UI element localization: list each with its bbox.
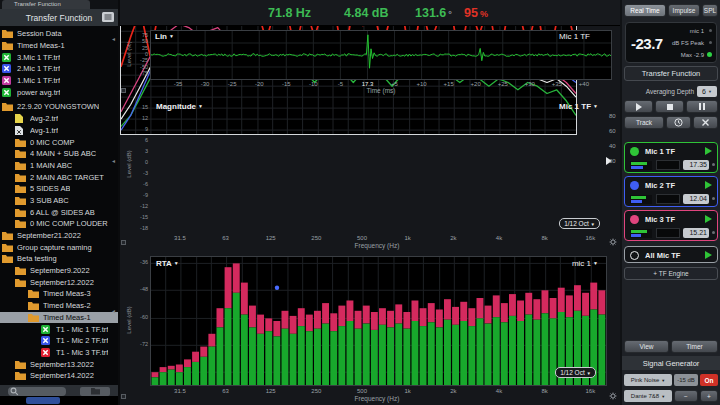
tree-item-session-data[interactable]: Session Data [0,28,118,40]
file-yellow-icon [15,114,26,123]
tree-item-5-sides-ab[interactable]: 5 SIDES AB [0,183,118,195]
rta-octave-select[interactable]: 1/12 Oct ▼ [555,367,596,378]
tree-item-3-sub-abc[interactable]: 3 SUB ABC [0,195,118,207]
rta-input-selector[interactable]: mic 1▼ [572,259,598,268]
tree-item-september9-2022[interactable]: September9.2022 [0,265,118,277]
tree-item-avg-2-trf[interactable]: Avg-2.trf [0,113,118,125]
tree-item-6-all-sides-ab[interactable]: 6 ALL @ SIDES AB [0,206,118,218]
transfer-function-section-header[interactable]: Transfer Function [624,66,718,81]
stop-button[interactable] [655,100,684,113]
window-tab[interactable]: Transfer Function [2,0,90,9]
sidebar-hscrollbar[interactable] [8,387,66,396]
rta-expand-icon[interactable] [121,394,126,399]
play-button[interactable] [624,100,653,113]
tree-item-label: 2.Mic 1 TF.trf [17,64,60,73]
impulse-button[interactable]: Impulse [668,4,700,17]
tree-item-september21-2022[interactable]: September21.2022 [0,230,118,242]
signal-generator-header[interactable]: Signal Generator [622,356,720,370]
delay-value[interactable]: 15.21 [683,228,709,238]
tree-item-label: Session Data [17,29,62,38]
generator-source-select[interactable]: Pink Noise▼ [624,374,672,386]
generator-minus-button[interactable]: − [674,390,698,402]
magnitude-octave-select[interactable]: 1/12 Oct ▼ [559,218,600,229]
tree-item-timed-meas-2[interactable]: Timed Meas-2 [0,300,118,312]
rta-settings-gear-icon[interactable] [609,392,617,400]
delay-clock-button[interactable] [666,116,691,129]
tree-item-t1-mic-2-tf-trf[interactable]: T1 - Mic 2 TF.trf [0,335,118,347]
tree-item-2-mic-1-tf-trf[interactable]: 2.Mic 1 TF.trf [0,63,118,75]
tree-item-timed-meas-3[interactable]: Timed Meas-3 [0,288,118,300]
spl-button[interactable]: SPL [702,4,718,17]
rta-ytick: -48 [134,286,148,292]
ir-mode-selector[interactable]: Lin▼ [155,32,174,41]
tree-item-22-9-20-youngstown[interactable]: 22.9.20 YOUNGSTOWN [0,101,118,113]
tree-item-1-main-abc[interactable]: 1 MAIN ABC [0,160,118,172]
ir-xtick: -30 [201,81,210,87]
generator-output-select[interactable]: Dante 7&8▼ [624,390,672,402]
tree-item-label: T1 - Mic 2 TF.trf [56,336,108,345]
view-button[interactable]: View [624,340,669,353]
play-icon[interactable] [705,181,712,189]
generator-on-button[interactable]: On [700,374,718,386]
tf-engine-button[interactable]: + TF Engine [624,267,718,280]
new-folder-button[interactable] [80,387,110,396]
tree-item-1-mic-1-tf-trf[interactable]: 1.Mic 1 TF.trf [0,75,118,87]
delay-value[interactable]: 17.35 [683,160,709,170]
measurement-row-2[interactable]: Mic 2 TF12.04 [624,176,718,207]
real-time-button[interactable]: Real Time [624,4,666,17]
all-mic-tf-row[interactable]: All Mic TF [624,246,718,263]
pause-button[interactable] [686,100,718,113]
tree-item-september13-2022[interactable]: September13.2022 [0,358,118,370]
rta-ytick: -72 [134,341,148,347]
measurement-row-3[interactable]: Mic 3 TF15.21 [624,210,718,241]
meter-max: Max -2.9 [681,52,704,58]
generator-plus-button[interactable]: + [700,390,718,402]
tree-item-0-mic-comp[interactable]: 0 MIC COMP [0,136,118,148]
magnitude-trace-selector[interactable]: Mic 1 TF▼ [559,102,598,111]
track-button[interactable]: Track [624,116,664,129]
tree-item-0-mic-comp-louder[interactable]: 0 MIC COMP LOUDER [0,218,118,230]
tree-item-2-main-abc-target[interactable]: 2 MAIN ABC TARGET [0,171,118,183]
play-icon[interactable] [705,147,712,155]
tree-item-september14-2022[interactable]: September14.2022 [0,370,118,382]
tree-item-group-capture-naming[interactable]: Group capture naming [0,241,118,253]
tree-item-timed-meas-1[interactable]: Timed Meas-1 [0,40,118,52]
magnitude-xtick: 31.5 [174,235,186,241]
ir-xtick: +20 [471,81,481,87]
menu-icon[interactable] [102,12,114,22]
magnitude-expand-icon[interactable] [121,240,126,245]
trf-blue-icon [2,64,13,73]
collapse-handle-icon[interactable]: ◂ [112,158,115,164]
tree-item-label: September9.2022 [30,266,90,275]
collapse-handle-icon[interactable]: ◂ [112,36,115,42]
averaging-depth-select[interactable]: 6▼ [697,86,717,97]
tree-item-beta-testing[interactable]: Beta testing [0,253,118,265]
tree-item-avg-1-trf[interactable]: Avg-1.trf [0,125,118,137]
tree-item-timed-meas-1[interactable]: Timed Meas-1 [0,312,118,324]
delay-value[interactable]: 12.04 [683,194,709,204]
tree-item-label: Avg-2.trf [30,114,58,123]
tree-item-3-mic-1-tf-trf[interactable]: 3.Mic 1 TF.trf [0,51,118,63]
play-icon[interactable] [705,251,712,259]
tree-item-power-avg-trf[interactable]: power avg.trf [0,86,118,98]
tree-item-t1-mic-1-tf-trf[interactable]: T1 - Mic 1 TF.trf [0,323,118,335]
tree-item-t1-mic-3-tf-trf[interactable]: T1 - Mic 3 TF.trf [0,347,118,359]
timer-button[interactable]: Timer [671,340,718,353]
measurement-row-1[interactable]: Mic 1 TF17.35 [624,142,718,173]
rta-xtick: 125 [266,388,276,394]
ir-xtick: -15 [282,81,291,87]
file-white-icon [15,126,26,135]
rta-mode-selector[interactable]: RTA▼ [156,259,179,268]
live-ir-plot[interactable] [150,30,612,80]
collapse-handle-icon[interactable]: ◂ [112,308,115,314]
magnitude-ytick: 3 [134,148,148,154]
magnitude-mode-selector[interactable]: Magnitude▼ [156,102,203,111]
play-icon[interactable] [705,215,712,223]
tree-item-4-main-sub-abc[interactable]: 4 MAIN + SUB ABC [0,148,118,160]
rta-plot[interactable] [150,256,607,386]
rta-xtick: 8k [541,388,547,394]
ir-expand-icon[interactable] [121,88,126,93]
tree-item-september12-2022[interactable]: September12.2022 [0,276,118,288]
magnitude-settings-gear-icon[interactable] [609,238,617,246]
tools-button[interactable] [693,116,718,129]
